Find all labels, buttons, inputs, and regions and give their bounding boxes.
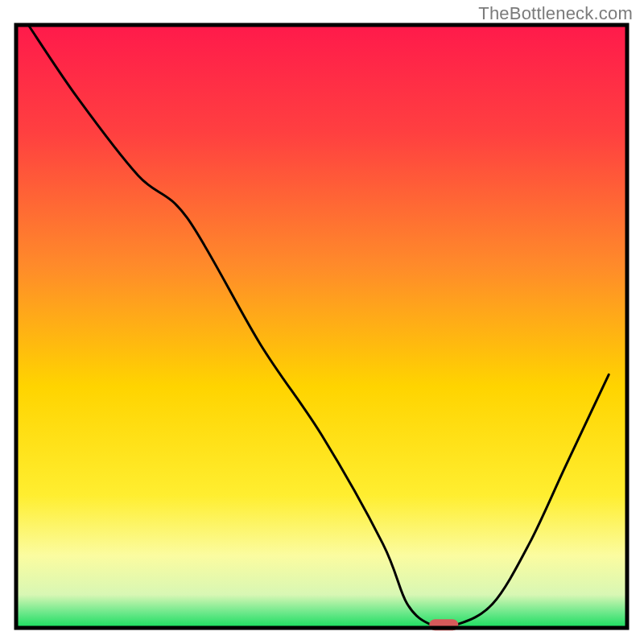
bottleneck-chart: TheBottleneck.com — [0, 0, 644, 644]
watermark-text: TheBottleneck.com — [478, 3, 633, 24]
plot-background — [16, 25, 627, 628]
chart-svg — [0, 0, 644, 644]
